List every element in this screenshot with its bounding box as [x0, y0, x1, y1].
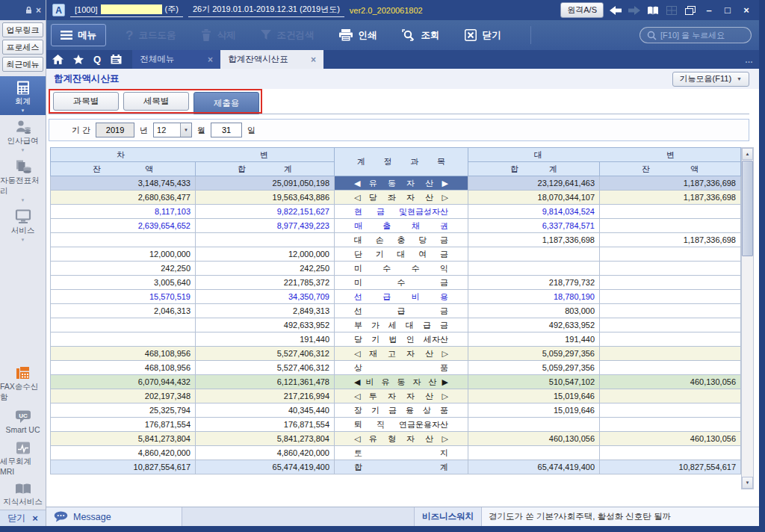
table-row[interactable]: 3,148,745,43325,091,050,198◀유 동 자 산▶23,1…: [51, 176, 741, 191]
view-submission-button[interactable]: 제출용: [193, 92, 259, 114]
account-cell[interactable]: ◀유 동 자 산▶: [335, 176, 468, 191]
credit-total-cell[interactable]: [468, 446, 600, 460]
credit-balance-cell[interactable]: [600, 332, 741, 347]
credit-total-cell[interactable]: 5,059,297,356: [468, 361, 600, 375]
sidebar-item-auto-journal[interactable]: 자동전표처리 ▼: [0, 155, 46, 205]
debit-balance-cell[interactable]: 5,841,273,804: [51, 432, 196, 446]
maximize-icon[interactable]: □: [721, 5, 734, 15]
debit-total-cell[interactable]: 25,091,050,198: [196, 176, 335, 191]
debit-total-cell[interactable]: 217,216,994: [196, 389, 335, 403]
table-row[interactable]: 468,108,9565,527,406,312◁재 고 자 산▷5,059,2…: [51, 347, 741, 361]
sidebar-item-fax[interactable]: FAX송수신함: [0, 361, 46, 405]
account-cell[interactable]: ◁유 형 자 산▷: [335, 432, 468, 446]
debit-balance-cell[interactable]: 8,117,103: [51, 205, 196, 219]
credit-balance-cell[interactable]: 1,187,336,698: [600, 191, 741, 205]
debit-total-cell[interactable]: 242,250: [196, 262, 335, 276]
debit-balance-cell[interactable]: 3,005,640: [51, 276, 196, 290]
debit-total-cell[interactable]: 2,849,313: [196, 304, 335, 318]
vertical-scrollbar[interactable]: ▲ ▼: [741, 147, 754, 489]
message-button[interactable]: Message: [46, 507, 182, 526]
open-book-icon[interactable]: [646, 6, 660, 15]
table-row[interactable]: 176,871,554176,871,554퇴 직 연금운용자산: [51, 418, 741, 432]
debit-total-cell[interactable]: 6,121,361,478: [196, 375, 335, 389]
condition-search-button[interactable]: 조건검색: [261, 29, 314, 42]
credit-balance-cell[interactable]: [600, 262, 741, 276]
debit-balance-cell[interactable]: 25,325,794: [51, 403, 196, 418]
view-by-account-button[interactable]: 과목별: [53, 92, 119, 111]
debit-balance-cell[interactable]: 10,827,554,617: [51, 460, 196, 474]
credit-balance-cell[interactable]: 1,187,336,698: [600, 233, 741, 247]
sidebar-item-smart-uc[interactable]: UC Smart UC: [0, 405, 46, 436]
table-row[interactable]: 대 손 충 당 금1,187,336,6981,187,336,698: [51, 233, 741, 247]
credit-balance-cell[interactable]: [600, 361, 741, 375]
debit-total-cell[interactable]: 19,563,643,886: [196, 191, 335, 205]
credit-total-cell[interactable]: 460,130,056: [468, 432, 600, 446]
table-row[interactable]: 2,639,654,6528,977,439,223매 출 채 권6,337,7…: [51, 219, 741, 233]
credit-balance-cell[interactable]: [600, 276, 741, 290]
tab-close-icon[interactable]: ×: [208, 55, 213, 65]
debit-total-cell[interactable]: 5,527,406,312: [196, 347, 335, 361]
credit-total-cell[interactable]: 1,187,336,698: [468, 233, 600, 247]
credit-total-cell[interactable]: 510,547,102: [468, 375, 600, 389]
month-select[interactable]: 12 ▼: [153, 123, 192, 137]
debit-total-cell[interactable]: 221,785,372: [196, 276, 335, 290]
table-row[interactable]: 468,108,9565,527,406,312상 품5,059,297,356: [51, 361, 741, 375]
credit-balance-cell[interactable]: [600, 290, 741, 304]
tab-trial-balance[interactable]: 합계잔액시산표 ×: [220, 50, 323, 69]
credit-total-cell[interactable]: 15,019,646: [468, 389, 600, 403]
year-input[interactable]: [96, 123, 134, 137]
table-row[interactable]: 2,680,636,47719,563,643,886◁당 좌 자 산▷18,0…: [51, 191, 741, 205]
debit-balance-cell[interactable]: 6,070,944,432: [51, 375, 196, 389]
credit-total-cell[interactable]: [468, 247, 600, 262]
account-cell[interactable]: 합 계: [335, 460, 468, 474]
sidebar-item-knowledge[interactable]: 지식서비스: [0, 478, 46, 510]
debit-total-cell[interactable]: 34,350,709: [196, 290, 335, 304]
table-row[interactable]: 4,860,420,0004,860,420,000토 지: [51, 446, 741, 460]
account-cell[interactable]: 미 수 금: [335, 276, 468, 290]
account-cell[interactable]: 현 금 및현금성자산: [335, 205, 468, 219]
debit-balance-cell[interactable]: 468,108,956: [51, 347, 196, 361]
print-button[interactable]: 인쇄: [339, 29, 377, 42]
tab-all-menu[interactable]: 전체메뉴 ×: [132, 50, 220, 69]
credit-balance-cell[interactable]: [600, 418, 741, 432]
credit-balance-cell[interactable]: [600, 219, 741, 233]
debit-balance-cell[interactable]: 2,680,636,477: [51, 191, 196, 205]
news-source-badge[interactable]: 비즈니스워치: [414, 507, 482, 526]
credit-balance-cell[interactable]: [600, 304, 741, 318]
credit-total-cell[interactable]: 803,000: [468, 304, 600, 318]
debit-balance-cell[interactable]: 176,871,554: [51, 418, 196, 432]
sidebar-item-service[interactable]: 서비스 ▼: [0, 205, 46, 244]
credit-balance-cell[interactable]: [600, 389, 741, 403]
credit-total-cell[interactable]: 15,019,646: [468, 403, 600, 418]
debit-total-cell[interactable]: 9,822,151,627: [196, 205, 335, 219]
credit-balance-cell[interactable]: [600, 205, 741, 219]
debit-total-cell[interactable]: 40,345,440: [196, 403, 335, 418]
debit-total-cell[interactable]: 5,527,406,312: [196, 361, 335, 375]
remote-as-button[interactable]: 원격A/S: [560, 2, 604, 18]
forward-arrow-icon[interactable]: [628, 6, 641, 15]
account-cell[interactable]: 선 급 비 용: [335, 290, 468, 304]
sidebar-item-hr-payroll[interactable]: 인사급여 ▼: [0, 115, 46, 155]
account-cell[interactable]: 토 지: [335, 446, 468, 460]
debit-total-cell[interactable]: 65,474,419,400: [196, 460, 335, 474]
table-row[interactable]: 191,440당 기 법 인 세자산191,440: [51, 332, 741, 347]
close-window-icon[interactable]: ×: [740, 5, 753, 15]
scrollbar-track[interactable]: [742, 256, 753, 477]
table-row[interactable]: 492,633,952부 가 세 대 급 금492,633,952: [51, 318, 741, 332]
menu-button[interactable]: 메뉴: [51, 24, 106, 46]
credit-balance-cell[interactable]: [600, 446, 741, 460]
account-cell[interactable]: 부 가 세 대 급 금: [335, 318, 468, 332]
inquiry-button[interactable]: 조회: [402, 29, 439, 42]
account-cell[interactable]: 선 급 금: [335, 304, 468, 318]
debit-balance-cell[interactable]: 242,250: [51, 262, 196, 276]
account-cell[interactable]: 매 출 채 권: [335, 219, 468, 233]
account-cell[interactable]: ◁재 고 자 산▷: [335, 347, 468, 361]
sidebar-collapse-icon[interactable]: ×: [36, 6, 41, 15]
credit-total-cell[interactable]: [468, 262, 600, 276]
function-group-button[interactable]: 기능모음(F11) ▼: [672, 72, 749, 87]
tab-close-icon[interactable]: ×: [311, 55, 316, 65]
credit-total-cell[interactable]: [468, 418, 600, 432]
credit-total-cell[interactable]: 65,474,419,400: [468, 460, 600, 474]
credit-balance-cell[interactable]: [600, 318, 741, 332]
credit-balance-cell[interactable]: 1,187,336,698: [600, 176, 741, 191]
